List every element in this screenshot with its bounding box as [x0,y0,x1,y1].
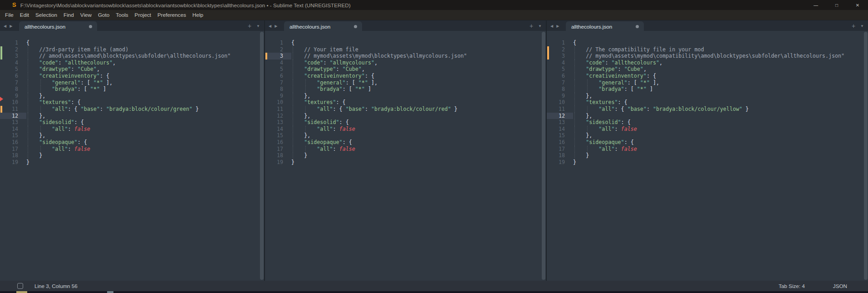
code-line-16[interactable]: 16 "sideopaque": { [0,139,264,146]
code-line-2[interactable]: 2 // The compatibility file in your mod [547,46,868,53]
code-line-16[interactable]: 16 "sideopaque": { [547,139,868,146]
menu-find[interactable]: Find [60,10,77,20]
code-line-14[interactable]: 14 "all": false [0,126,264,133]
menu-project[interactable]: Project [132,10,154,20]
code-editor[interactable]: 1{2 //3rd-party item file (amod)3 // amo… [0,31,264,281]
code-line-8[interactable]: 8 "bradya": [ "*" ] [265,86,546,93]
sublime-logo-icon[interactable]: S [12,0,16,10]
history-back-icon[interactable]: ◀ [269,24,271,28]
code-line-6[interactable]: 6 "creativeinventory": { [265,73,546,79]
new-tab-icon[interactable]: + [248,20,251,31]
code-line-11[interactable]: 11 "all": { "base": "bradya:block/colour… [0,106,264,113]
code-editor[interactable]: 1{2 // The compatibility file in your mo… [547,31,868,281]
code-line-4[interactable]: 4 "code": "allthecolours", [0,60,264,66]
code-line-12[interactable]: 12 }, [265,113,546,119]
code-line-9[interactable]: 9 }, [265,93,546,99]
code-line-13[interactable]: 13 "sidesolid": { [265,119,546,126]
new-tab-icon[interactable]: + [530,20,533,31]
menu-help[interactable]: Help [189,10,206,20]
code-line-15[interactable]: 15 }, [265,132,546,139]
code-area: 1{2 // Your item file3 // mymod\assets\m… [265,31,546,165]
code-editor[interactable]: 1{2 // Your item file3 // mymod\assets\m… [265,31,546,281]
code-line-4[interactable]: 4 "code": "allthecolours", [547,60,868,66]
code-line-17[interactable]: 17 "all": false [265,146,546,153]
taskbar-fragment-icon [107,291,113,293]
new-tab-icon[interactable]: + [852,20,855,31]
code-line-15[interactable]: 15 }, [0,132,264,139]
menu-tools[interactable]: Tools [113,10,131,20]
code-line-6[interactable]: 6 "creativeinventory": { [547,73,868,79]
code-line-18[interactable]: 18 } [0,152,264,159]
code-line-4[interactable]: 4 "code": "allmycolours", [265,60,546,66]
history-forward-icon[interactable]: ▶ [10,24,12,28]
code-line-18[interactable]: 18 } [547,152,868,159]
modified-dot-icon[interactable] [354,25,357,28]
panel-switcher-icon[interactable] [17,283,23,289]
code-line-17[interactable]: 17 "all": false [547,146,868,153]
code-line-2[interactable]: 2 //3rd-party item file (amod) [0,46,264,53]
minimize-button[interactable]: — [805,0,826,10]
code-text: "all": false [291,146,546,153]
menu-goto[interactable]: Goto [95,10,113,20]
tab-overflow-icon[interactable]: ▼ [860,24,864,28]
code-line-19[interactable]: 19} [265,159,546,166]
tab-allthecolours[interactable]: allthecolours.json [284,21,362,31]
code-line-14[interactable]: 14 "all": false [265,126,546,133]
menu-file[interactable]: File [2,10,17,20]
code-line-17[interactable]: 17 "all": false [0,146,264,153]
tab-size-setting[interactable]: Tab Size: 4 [779,283,805,289]
code-line-3[interactable]: 3 // amod\assets\amod\blocktypes\subfold… [0,53,264,60]
tab-overflow-icon[interactable]: ▼ [538,24,542,28]
code-line-13[interactable]: 13 "sidesolid": { [0,119,264,126]
menu-view[interactable]: View [77,10,95,20]
code-line-1[interactable]: 1{ [265,40,546,46]
code-line-15[interactable]: 15 }, [547,132,868,139]
code-line-7[interactable]: 7 "general": [ "*" ], [265,79,546,86]
history-back-icon[interactable]: ◀ [4,24,6,28]
code-line-8[interactable]: 8 "bradya": [ "*" ] [0,86,264,93]
code-line-16[interactable]: 16 "sideopaque": { [265,139,546,146]
code-line-5[interactable]: 5 "drawtype": "Cube", [0,66,264,73]
code-line-3[interactable]: 3 // mymod\assets\mymod\compatibility\am… [547,53,868,60]
code-line-12[interactable]: 12 }, [547,113,868,119]
code-line-10[interactable]: 10 "textures": { [547,99,868,106]
close-button[interactable]: ✕ [847,0,868,10]
history-back-icon[interactable]: ◀ [550,24,553,28]
code-line-7[interactable]: 7 "general": [ "*" ], [547,79,868,86]
history-forward-icon[interactable]: ▶ [556,24,559,28]
code-line-18[interactable]: 18 } [265,152,546,159]
code-line-19[interactable]: 19} [0,159,264,166]
code-line-11[interactable]: 11 "all": { "base": "bradya:block/colour… [265,106,546,113]
tab-allthecolours[interactable]: allthecolours.json [566,21,644,31]
code-line-8[interactable]: 8 "bradya": [ "*" ] [547,86,868,93]
code-line-14[interactable]: 14 "all": false [547,126,868,133]
code-line-10[interactable]: 10 "textures": { [0,99,264,106]
code-line-2[interactable]: 2 // Your item file [265,46,546,53]
indent-guide-icon [28,60,28,66]
code-line-9[interactable]: 9 }, [0,93,264,99]
modified-dot-icon[interactable] [89,25,92,28]
code-line-7[interactable]: 7 "general": [ "*" ], [0,79,264,86]
code-line-1[interactable]: 1{ [0,40,264,46]
tab-overflow-icon[interactable]: ▼ [256,24,260,28]
code-line-9[interactable]: 9 }, [547,93,868,99]
code-line-6[interactable]: 6 "creativeinventory": { [0,73,264,79]
modified-dot-icon[interactable] [636,25,639,28]
tab-allthecolours[interactable]: allthecolours.json [19,21,97,31]
code-line-10[interactable]: 10 "textures": { [265,99,546,106]
menu-preferences[interactable]: Preferences [154,10,189,20]
code-line-1[interactable]: 1{ [547,40,868,46]
code-line-11[interactable]: 11 "all": { "base": "bradya:block/colour… [547,106,868,113]
indent-guide-icon [574,106,575,113]
menu-edit[interactable]: Edit [17,10,32,20]
code-line-5[interactable]: 5 "drawtype": "Cube", [547,66,868,73]
code-line-12[interactable]: 12 }, [0,113,264,119]
code-line-5[interactable]: 5 "drawtype": "Cube", [265,66,546,73]
code-line-13[interactable]: 13 "sidesolid": { [547,119,868,126]
history-forward-icon[interactable]: ▶ [275,24,277,28]
code-line-19[interactable]: 19} [547,159,868,166]
menu-selection[interactable]: Selection [32,10,60,20]
syntax-selector[interactable]: JSON [833,283,847,289]
code-line-3[interactable]: 3 // mymod\assets\mymod\blocktypes\allmy… [265,53,546,60]
maximize-button[interactable]: □ [826,0,847,10]
